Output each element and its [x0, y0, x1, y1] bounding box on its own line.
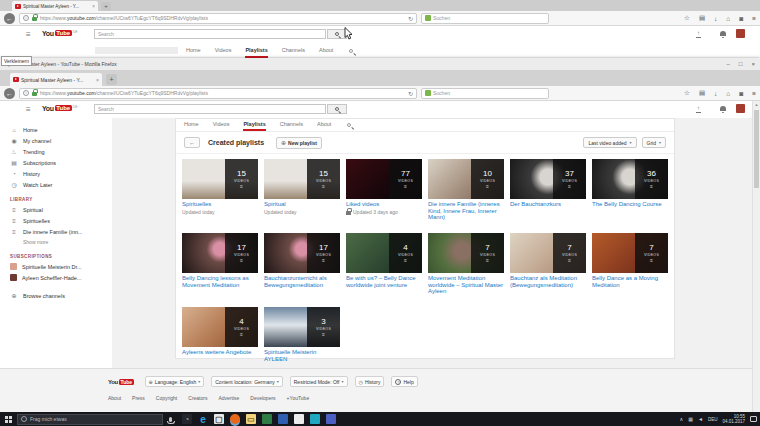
app-indigo-icon[interactable] [326, 414, 336, 424]
playlist-tile[interactable]: 17 VIDEOS ≡ Belly Dancing lessons as Mov… [182, 233, 258, 296]
back-to-playlists-button[interactable]: ← [184, 137, 200, 148]
home-icon[interactable]: ⌂ [726, 90, 730, 97]
guide-menu-icon[interactable]: ≡ [26, 105, 31, 114]
tab-close-icon[interactable]: × [92, 4, 95, 9]
playlist-thumbnail[interactable]: 15 VIDEOS ≡ [264, 159, 340, 199]
tab-playlists[interactable]: Playlists [245, 43, 267, 58]
footer-link-developers[interactable]: Developers [250, 395, 275, 401]
reload-icon[interactable]: ↻ [408, 90, 413, 97]
playlist-tile[interactable]: 10 VIDEOS ≡ Die innere Familie (inneres … [428, 159, 504, 228]
pocket-icon[interactable]: ◙ [739, 90, 743, 97]
scrollbar[interactable]: ▲ [752, 101, 760, 412]
playlist-title[interactable]: Bauchtanzunterricht als Bewegungsmeditat… [264, 275, 340, 288]
channel-search-icon[interactable] [347, 123, 351, 127]
tab-videos[interactable]: Videos [215, 43, 232, 58]
sidebar-item-my-channel[interactable]: ◉ My channel [0, 135, 112, 146]
playlist-title[interactable]: Liked videos [346, 201, 422, 208]
tray-expand-icon[interactable]: ∧ [680, 416, 684, 422]
playlist-tile[interactable]: 7 VIDEOS ≡ Belly Dance as a Moving Medit… [592, 233, 668, 296]
volume-icon[interactable]: ◄ [698, 416, 703, 422]
browser-search-box[interactable]: Suchen [421, 88, 549, 99]
playlist-title[interactable]: Spirituelles [182, 201, 258, 208]
app-teal-icon[interactable] [310, 414, 320, 424]
bookmark-star-icon[interactable]: ☆ [684, 89, 690, 97]
playlist-thumbnail[interactable]: 4 VIDEOS ≡ [346, 233, 422, 273]
downloads-icon[interactable]: ↓ [714, 90, 717, 97]
start-button[interactable] [0, 412, 16, 426]
sidebar-item-home[interactable]: ⌂ Home [0, 124, 112, 135]
notifications-bell-icon[interactable] [720, 31, 726, 36]
tab-close-icon[interactable]: × [96, 77, 99, 83]
playlist-thumbnail[interactable]: 15 VIDEOS ≡ [182, 159, 258, 199]
clock[interactable]: 10:55 04.01.2017 [722, 414, 745, 424]
playlist-thumbnail[interactable]: 7 VIDEOS ≡ [592, 233, 668, 273]
url-bar[interactable]: i https://www.youtube.com/channel/UCtw6Y… [19, 13, 417, 24]
playlist-title[interactable]: Be with us? – Belly Dance worldwide join… [346, 275, 422, 288]
playlist-tile[interactable]: 7 VIDEOS ≡ Movement Meditation worldwide… [428, 233, 504, 302]
upload-icon[interactable]: ↑ [696, 105, 701, 113]
playlist-thumbnail[interactable]: 7 VIDEOS ≡ [510, 233, 586, 273]
playlist-thumbnail[interactable]: 10 VIDEOS ≡ [428, 159, 504, 199]
keyboard-language[interactable]: DEU [708, 417, 718, 422]
sidebar-item-trending[interactable]: ♨ Trending [0, 146, 112, 157]
page-info-icon[interactable]: i [23, 15, 29, 21]
sidebar-item-spiritual[interactable]: ≡ Spiritual [0, 204, 112, 215]
home-icon[interactable]: ⌂ [726, 15, 730, 22]
microphone-icon[interactable] [169, 417, 172, 422]
document-icon[interactable] [294, 414, 304, 424]
youtube-search-input[interactable]: Search [94, 29, 326, 39]
file-explorer-icon[interactable]: ▭ [246, 414, 256, 424]
playlist-title[interactable]: Ayleens weitere Angebote [182, 349, 258, 356]
footer-link-about[interactable]: About [108, 395, 121, 401]
browser-search-box[interactable]: Suchen [421, 13, 549, 24]
footer-link-plus-youtube[interactable]: +YouTube [287, 395, 310, 401]
cortana-search-box[interactable]: Frag mich etwas [17, 414, 163, 425]
page-info-icon[interactable]: i [23, 90, 29, 96]
sidebar-item-history[interactable]: ◔ History [0, 168, 112, 179]
scroll-up-arrow[interactable]: ▲ [753, 101, 760, 109]
avatar[interactable] [736, 104, 745, 113]
playlist-thumbnail[interactable]: 36 VIDEOS ≡ [592, 159, 668, 199]
language-button[interactable]: ⊕ ? Language: English ▾ [145, 376, 205, 387]
browser-tab[interactable]: Spiritual Master Ayleen - Y... × [10, 73, 102, 86]
playlist-tile[interactable]: 15 VIDEOS ≡ Spirituelles Updated today [182, 159, 258, 215]
youtube-search-button[interactable] [327, 104, 347, 114]
sidebar-item-die-innere-familie[interactable]: ≡ Die innere Familie (inn... [0, 226, 112, 237]
url-bar[interactable]: i https://www.youtube.com/channel/UCtw6Y… [19, 88, 417, 99]
playlist-tile[interactable]: 36 VIDEOS ≡ The Belly Dancing Course [592, 159, 668, 215]
playlist-title[interactable]: Spiritual [264, 201, 340, 208]
tab-about[interactable]: About [317, 119, 331, 131]
back-button[interactable]: ← [4, 88, 15, 99]
playlist-title[interactable]: Der Bauchtanzkurs [510, 201, 586, 208]
sidebar-item-watch-later[interactable]: ◷ Watch Later [0, 179, 112, 190]
tab-channels[interactable]: Channels [280, 119, 303, 131]
action-center-icon[interactable] [750, 416, 757, 422]
new-playlist-button[interactable]: ⊕ New playlist [276, 137, 322, 149]
playlist-tile[interactable]: 77 VIDEOS ≡ Liked videos Updated 3 days … [346, 159, 422, 215]
avatar[interactable] [736, 29, 745, 38]
playlist-thumbnail[interactable]: 7 VIDEOS ≡ [428, 233, 504, 273]
firefox-icon[interactable] [230, 414, 240, 424]
guide-menu-icon[interactable]: ≡ [26, 30, 31, 39]
playlist-title[interactable]: Movement Meditation worldwide – Spiritua… [428, 275, 504, 295]
sidebar-item-browse-channels[interactable]: ⊕ Browse channels [0, 290, 112, 301]
playlist-tile[interactable]: 37 VIDEOS ≡ Der Bauchtanzkurs [510, 159, 586, 215]
playlist-thumbnail[interactable]: 77 VIDEOS ≡ [346, 159, 422, 199]
maximize-button[interactable]: □ [739, 61, 743, 67]
tab-videos[interactable]: Videos [213, 119, 230, 131]
app-blue-icon[interactable] [278, 414, 288, 424]
playlist-thumbnail[interactable]: 17 VIDEOS ≡ [182, 233, 258, 273]
footer-link-copyright[interactable]: Copyright [156, 395, 177, 401]
library-icon[interactable]: ▤ [699, 89, 705, 97]
tab-playlists[interactable]: Playlists [243, 119, 265, 131]
playlist-title[interactable]: Belly Dancing lessons as Movement Medita… [182, 275, 258, 288]
reload-icon[interactable]: ↻ [408, 15, 413, 22]
tab-home[interactable]: Home [186, 43, 201, 58]
footer-link-creators[interactable]: Creators [188, 395, 207, 401]
playlist-thumbnail[interactable]: 4 VIDEOS ≡ [182, 307, 258, 347]
playlist-thumbnail[interactable]: 17 VIDEOS ≡ [264, 233, 340, 273]
playlist-tile[interactable]: 3 VIDEOS ≡ Spirituelle Meisterin AYLEEN [264, 307, 340, 370]
youtube-search-input[interactable]: Search [94, 104, 326, 114]
edge-icon[interactable]: e [198, 414, 208, 424]
playlist-title[interactable]: Die innere Familie (inneres Kind, Innere… [428, 201, 504, 221]
